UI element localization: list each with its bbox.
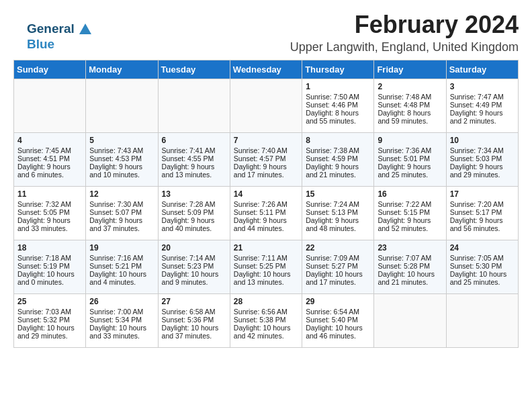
sunset-text: Sunset: 5:05 PM (17, 208, 82, 216)
calendar-week-5: 25Sunrise: 7:03 AMSunset: 5:32 PMDayligh… (14, 294, 519, 348)
day-number: 17 (450, 189, 515, 199)
calendar-week-3: 11Sunrise: 7:32 AMSunset: 5:05 PMDayligh… (14, 187, 519, 240)
day-number: 13 (162, 189, 226, 199)
sunset-text: Sunset: 4:51 PM (17, 154, 82, 163)
daylight-text: Daylight: 9 hours and 44 minutes. (234, 216, 298, 232)
day-number: 29 (306, 297, 370, 306)
daylight-text: Daylight: 9 hours and 13 minutes. (162, 163, 226, 179)
daylight-text: Daylight: 8 hours and 55 minutes. (306, 109, 370, 125)
daylight-text: Daylight: 9 hours and 2 minutes. (450, 109, 515, 125)
sunset-text: Sunset: 5:30 PM (450, 262, 515, 270)
sunset-text: Sunset: 4:49 PM (450, 101, 515, 109)
day-number: 27 (162, 297, 226, 306)
day-number: 2 (378, 82, 442, 91)
sunrise-text: Sunrise: 7:30 AM (89, 200, 154, 208)
sunrise-text: Sunrise: 7:50 AM (306, 93, 370, 101)
day-number: 22 (306, 243, 370, 253)
sunset-text: Sunset: 5:07 PM (89, 208, 154, 216)
sunset-text: Sunset: 5:32 PM (17, 316, 82, 324)
day-number: 10 (450, 136, 515, 145)
col-friday: Friday (374, 60, 446, 79)
calendar-cell: 10Sunrise: 7:34 AMSunset: 5:03 PMDayligh… (446, 133, 518, 187)
daylight-text: Daylight: 10 hours and 46 minutes. (306, 324, 370, 340)
sunset-text: Sunset: 5:19 PM (17, 262, 82, 270)
col-sunday: Sunday (14, 60, 86, 79)
sunset-text: Sunset: 5:15 PM (378, 208, 442, 216)
daylight-text: Daylight: 9 hours and 6 minutes. (17, 163, 82, 179)
header-row: Sunday Monday Tuesday Wednesday Thursday… (14, 60, 519, 79)
calendar-cell: 16Sunrise: 7:22 AMSunset: 5:15 PMDayligh… (374, 187, 446, 240)
daylight-text: Daylight: 10 hours and 17 minutes. (306, 270, 370, 286)
calendar-cell: 14Sunrise: 7:26 AMSunset: 5:11 PMDayligh… (230, 187, 302, 240)
calendar-cell: 4Sunrise: 7:45 AMSunset: 4:51 PMDaylight… (14, 133, 86, 187)
sunrise-text: Sunrise: 7:41 AM (162, 146, 226, 154)
day-number: 25 (17, 297, 82, 306)
calendar-cell: 18Sunrise: 7:18 AMSunset: 5:19 PMDayligh… (14, 240, 86, 294)
daylight-text: Daylight: 10 hours and 33 minutes. (89, 324, 154, 340)
calendar-cell: 3Sunrise: 7:47 AMSunset: 4:49 PMDaylight… (446, 79, 518, 133)
sunset-text: Sunset: 5:17 PM (450, 208, 515, 216)
sunset-text: Sunset: 4:57 PM (234, 154, 298, 163)
calendar-cell (230, 79, 302, 133)
daylight-text: Daylight: 10 hours and 0 minutes. (17, 270, 82, 286)
daylight-text: Daylight: 8 hours and 59 minutes. (378, 109, 442, 125)
sunrise-text: Sunrise: 7:03 AM (17, 308, 82, 316)
calendar-cell (158, 79, 230, 133)
daylight-text: Daylight: 9 hours and 29 minutes. (450, 163, 515, 179)
day-number: 26 (89, 297, 154, 306)
day-number: 1 (306, 82, 370, 91)
calendar-cell: 26Sunrise: 7:00 AMSunset: 5:34 PMDayligh… (86, 294, 158, 348)
sunrise-text: Sunrise: 7:00 AM (89, 308, 154, 316)
day-number: 19 (89, 243, 154, 253)
calendar-cell: 21Sunrise: 7:11 AMSunset: 5:25 PMDayligh… (230, 240, 302, 294)
daylight-text: Daylight: 9 hours and 52 minutes. (378, 216, 442, 232)
calendar-cell: 28Sunrise: 6:56 AMSunset: 5:38 PMDayligh… (230, 294, 302, 348)
sunset-text: Sunset: 5:28 PM (378, 262, 442, 270)
calendar-week-4: 18Sunrise: 7:18 AMSunset: 5:19 PMDayligh… (14, 240, 519, 294)
calendar-cell: 24Sunrise: 7:05 AMSunset: 5:30 PMDayligh… (446, 240, 518, 294)
calendar-cell: 22Sunrise: 7:09 AMSunset: 5:27 PMDayligh… (302, 240, 374, 294)
daylight-text: Daylight: 9 hours and 17 minutes. (234, 163, 298, 179)
svg-marker-0 (79, 24, 91, 34)
sunset-text: Sunset: 5:11 PM (234, 208, 298, 216)
daylight-text: Daylight: 9 hours and 40 minutes. (162, 216, 226, 232)
sunset-text: Sunset: 5:36 PM (162, 316, 226, 324)
calendar-cell: 7Sunrise: 7:40 AMSunset: 4:57 PMDaylight… (230, 133, 302, 187)
day-number: 16 (378, 189, 442, 199)
calendar-cell: 6Sunrise: 7:41 AMSunset: 4:55 PMDaylight… (158, 133, 230, 187)
sunset-text: Sunset: 5:38 PM (234, 316, 298, 324)
sunrise-text: Sunrise: 6:54 AM (306, 308, 370, 316)
calendar-header: Sunday Monday Tuesday Wednesday Thursday… (14, 60, 519, 79)
daylight-text: Daylight: 10 hours and 9 minutes. (162, 270, 226, 286)
daylight-text: Daylight: 9 hours and 56 minutes. (450, 216, 515, 232)
day-number: 15 (306, 189, 370, 199)
col-tuesday: Tuesday (158, 60, 230, 79)
sunrise-text: Sunrise: 7:07 AM (378, 254, 442, 262)
logo-text: General Blue (27, 21, 93, 52)
daylight-text: Daylight: 9 hours and 10 minutes. (89, 163, 154, 179)
calendar-cell: 1Sunrise: 7:50 AMSunset: 4:46 PMDaylight… (302, 79, 374, 133)
sunset-text: Sunset: 5:03 PM (450, 154, 515, 163)
day-number: 8 (306, 136, 370, 145)
day-number: 5 (89, 136, 154, 145)
calendar-cell: 15Sunrise: 7:24 AMSunset: 5:13 PMDayligh… (302, 187, 374, 240)
col-monday: Monday (86, 60, 158, 79)
sunrise-text: Sunrise: 7:24 AM (306, 200, 370, 208)
day-number: 21 (234, 243, 298, 253)
calendar-cell: 25Sunrise: 7:03 AMSunset: 5:32 PMDayligh… (14, 294, 86, 348)
calendar-cell: 17Sunrise: 7:20 AMSunset: 5:17 PMDayligh… (446, 187, 518, 240)
sunrise-text: Sunrise: 7:16 AM (89, 254, 154, 262)
sunrise-text: Sunrise: 7:28 AM (162, 200, 226, 208)
sunset-text: Sunset: 5:23 PM (162, 262, 226, 270)
daylight-text: Daylight: 10 hours and 4 minutes. (89, 270, 154, 286)
sunrise-text: Sunrise: 6:58 AM (162, 308, 226, 316)
sunset-text: Sunset: 4:55 PM (162, 154, 226, 163)
calendar-cell (446, 294, 518, 348)
sunrise-text: Sunrise: 7:18 AM (17, 254, 82, 262)
top-area: General Blue February 2024 Upper Langwit… (13, 11, 519, 54)
day-number: 12 (89, 189, 154, 199)
sunrise-text: Sunrise: 7:32 AM (17, 200, 82, 208)
sunset-text: Sunset: 4:59 PM (306, 154, 370, 163)
daylight-text: Daylight: 10 hours and 29 minutes. (17, 324, 82, 340)
sunrise-text: Sunrise: 6:56 AM (234, 308, 298, 316)
